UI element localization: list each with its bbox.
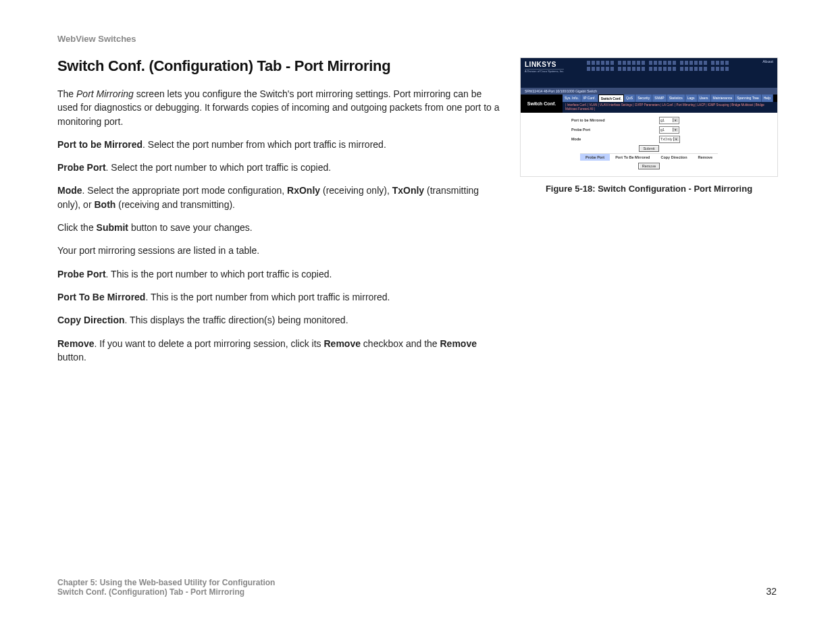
mode-both: Both (94, 199, 115, 210)
remove-label: Remove (57, 338, 94, 349)
figure-remove-button: Remove (638, 163, 660, 169)
mode-label: Mode (57, 185, 82, 196)
figure-row3-label: Mode (571, 137, 659, 141)
intro-text-1: The (57, 88, 76, 99)
copy-direction-text: . This displays the traffic direction(s)… (125, 315, 348, 325)
figure-tab: Help (762, 95, 773, 102)
figure-form-row-3: Mode TxOnly▾ (571, 136, 727, 143)
page-title: Switch Conf. (Configuration) Tab - Port … (57, 57, 500, 75)
figure-port-indicators (587, 61, 771, 71)
port-to-be-mirrored-label: Port to be Mirrored (57, 139, 142, 150)
figure-row1-select: g1▾ (659, 117, 679, 124)
chevron-down-icon: ▾ (673, 128, 678, 132)
figure-form-row-2: Probe Port g1▾ (571, 126, 727, 134)
submit-text-2: button to save your changes. (128, 222, 253, 233)
figure-tab: QoS (624, 95, 635, 102)
figure-logo-sub: A Division of Cisco Systems, Inc. (525, 70, 564, 73)
submit-text-1: Click the (57, 222, 97, 233)
figure-th-probe-port: Probe Port (580, 153, 610, 161)
remove-paragraph: Remove. If you want to delete a port mir… (57, 337, 500, 365)
figure-tab: SNMP (652, 95, 667, 102)
mode-text-4: (receiving and transmitting). (115, 199, 235, 210)
figure-tab: Users (698, 95, 711, 102)
remove-checkbox-label: Remove (324, 338, 361, 349)
footer-section: Switch Conf. (Configuration) Tab - Port … (57, 587, 275, 597)
figure-form-row-1: Port to be Mirrored g1▾ (571, 117, 727, 124)
running-header: WebView Switches (57, 34, 777, 44)
figure-row1-label: Port to be Mirrored (571, 118, 659, 122)
probe-port-2-paragraph: Probe Port. This is the port number to w… (57, 267, 500, 281)
mode-rxonly: RxOnly (287, 185, 320, 196)
figure-th-remove: Remove (693, 153, 718, 161)
intro-paragraph: The Port Mirroring screen lets you confi… (57, 87, 500, 128)
figure-tab: Security (635, 95, 652, 102)
mode-text-2: (receiving only), (320, 185, 392, 196)
probe-port-2-label: Probe Port (57, 269, 106, 279)
probe-port-2-text: . This is the port number to which port … (106, 269, 332, 279)
mode-txonly: TxOnly (392, 185, 424, 196)
figure-tab: Statistics (667, 95, 685, 102)
probe-port-label: Probe Port (57, 162, 106, 173)
figure-tab: IP Conf. (581, 95, 598, 102)
port-to-be-mirrored-paragraph: Port to be Mirrored. Select the port num… (57, 138, 500, 151)
probe-port-text: . Select the port number to which port t… (106, 162, 332, 173)
probe-port-paragraph: Probe Port. Select the port number to wh… (57, 161, 500, 174)
port-to-be-mirrored-2-paragraph: Port To Be Mirrored. This is the port nu… (57, 290, 500, 304)
figure-row3-value: TxOnly (660, 137, 672, 141)
figure-row1-value: g1 (660, 118, 664, 122)
figure-tab: Lags (685, 95, 698, 102)
remove-text-2: checkbox and the (361, 338, 440, 349)
figure-tab: Sys. Info. (563, 95, 581, 102)
figure-side-label: Switch Conf. (521, 95, 563, 113)
main-text-column: Switch Conf. (Configuration) Tab - Port … (57, 57, 500, 373)
chevron-down-icon: ▾ (673, 137, 679, 141)
figure-submit-button: Submit (639, 145, 658, 152)
figure-th-port-mirrored: Port To Be Mirrored (610, 153, 655, 161)
figure-tab: Switch Conf. (598, 95, 624, 102)
port-to-be-mirrored-text: . Select the port number from which port… (142, 139, 386, 150)
figure-row2-label: Probe Port (571, 128, 659, 132)
figure-row3-select: TxOnly▾ (659, 136, 680, 143)
footer-text: Chapter 5: Using the Web-based Utility f… (57, 578, 275, 597)
copy-direction-label: Copy Direction (57, 315, 125, 325)
figure-caption: Figure 5-18: Switch Configuration - Port… (546, 184, 752, 194)
remove-text-1: . If you want to delete a port mirroring… (94, 338, 323, 349)
figure-table-header: Probe Port Port To Be Mirrored Copy Dire… (521, 153, 777, 161)
page-number: 32 (766, 586, 777, 597)
port-to-be-mirrored-2-label: Port To Be Mirrored (57, 292, 145, 302)
port-to-be-mirrored-2-text: . This is the port number from which por… (145, 292, 390, 302)
intro-emphasis: Port Mirroring (76, 88, 134, 99)
sessions-paragraph: Your port mirroring sessions are listed … (57, 244, 500, 257)
copy-direction-paragraph: Copy Direction. This displays the traffi… (57, 313, 500, 327)
figure-row2-select: g1▾ (659, 126, 679, 134)
figure-main-tabs: Sys. Info.IP Conf.Switch Conf.QoSSecurit… (563, 95, 777, 102)
figure-device-desc: SRW224G4 48-Port 10/100/1000 Gigabit Swi… (521, 88, 777, 95)
mode-paragraph: Mode. Select the appropriate port mode c… (57, 184, 500, 211)
figure-sub-tabs: | Interface Conf. | VLAN | VLAN Interfac… (563, 102, 777, 113)
chevron-down-icon: ▾ (673, 118, 678, 122)
figure-tab: Spanning Tree (735, 95, 762, 102)
footer-chapter: Chapter 5: Using the Web-based Utility f… (57, 578, 275, 587)
figure-th-copy-direction: Copy Direction (655, 153, 692, 161)
figure-tab: Maintenance (711, 95, 735, 102)
mode-text-1: . Select the appropriate port mode confi… (82, 185, 288, 196)
figure-row2-value: g1 (660, 128, 664, 132)
remove-text-3: button. (57, 352, 86, 363)
remove-button-label: Remove (440, 338, 477, 349)
figure-screenshot: LINKSYS A Division of Cisco Systems, Inc… (520, 57, 778, 177)
submit-label: Submit (97, 222, 128, 233)
submit-paragraph: Click the Submit button to save your cha… (57, 221, 500, 234)
figure-logo: LINKSYS (525, 61, 564, 70)
